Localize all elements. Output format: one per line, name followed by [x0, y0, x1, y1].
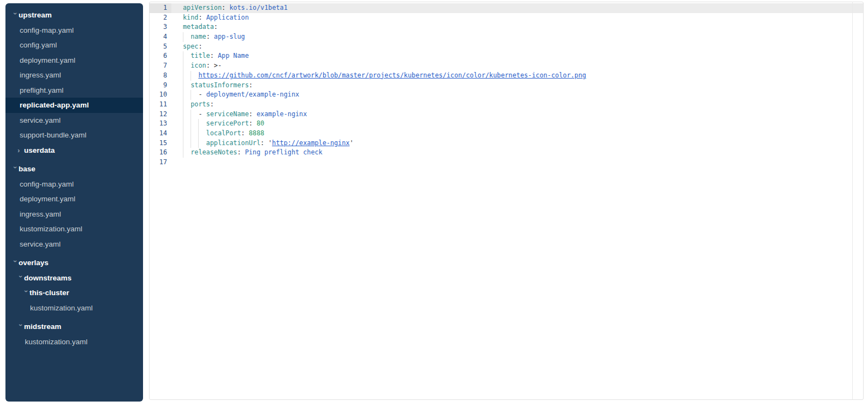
tree-file-ingress-yaml[interactable]: ingress.yaml [5, 68, 143, 83]
indent-guide [191, 71, 198, 81]
tree-file-replicated-app-yaml[interactable]: replicated-app.yaml [5, 98, 143, 113]
token-p: - [198, 91, 206, 98]
editor-scrollbar-track[interactable] [852, 2, 863, 399]
tree-file-deployment-yaml[interactable]: deployment.yaml [5, 191, 143, 207]
tree-file-preflight-yaml[interactable]: preflight.yaml [5, 83, 143, 98]
code-line-content[interactable]: metadata: [171, 22, 863, 32]
tree-file-kustomization-yaml[interactable]: kustomization.yaml [5, 334, 143, 350]
token-key: apiVersion [183, 4, 222, 11]
tree-file-config-map-yaml[interactable]: config-map.yaml [5, 177, 143, 192]
token-key: spec [183, 43, 198, 50]
code-line[interactable]: 8https://github.com/cncf/artwork/blob/ma… [150, 71, 863, 81]
code-line[interactable]: 10- deployment/example-nginx [150, 90, 863, 100]
token-key: name [191, 33, 206, 40]
tree-file-service-yaml[interactable]: service.yaml [5, 113, 143, 128]
indent-guide [191, 129, 198, 139]
tree-file-config-yaml[interactable]: config.yaml [5, 38, 143, 53]
code-line[interactable]: 15applicationUrl: 'http://example-nginx' [150, 139, 863, 148]
code-line[interactable]: 17 [150, 158, 863, 167]
tree-item-label: overlays [19, 259, 49, 267]
tree-item-label: ingress.yaml [20, 210, 61, 218]
tree-item-label: service.yaml [20, 116, 61, 124]
chevron-down-icon[interactable]: › [12, 166, 19, 173]
line-number: 3 [150, 22, 171, 32]
tree-folder-overlays[interactable]: ›overlays [5, 255, 143, 271]
indent-guide [183, 148, 191, 158]
code-line-content[interactable]: ports: [171, 100, 863, 110]
token-num: 8888 [249, 129, 264, 137]
tree-item-label: preflight.yaml [20, 86, 63, 94]
code-line-content[interactable]: apiVersion: kots.io/v1beta1 [171, 3, 863, 13]
code-line[interactable]: 16releaseNotes: Ping preflight check [150, 148, 863, 158]
code-line-content[interactable]: - deployment/example-nginx [171, 90, 863, 100]
code-line[interactable]: 11ports: [150, 100, 863, 110]
chevron-down-icon[interactable]: › [17, 276, 25, 282]
tree-item-label: deployment.yaml [20, 195, 75, 203]
code-line[interactable]: 14localPort: 8888 [150, 129, 863, 139]
code-line-content[interactable]: releaseNotes: Ping preflight check [171, 148, 863, 158]
chevron-down-icon[interactable]: › [17, 324, 25, 331]
token-link[interactable]: https://github.com/cncf/artwork/blob/mas… [198, 71, 586, 79]
token-link[interactable]: http://example-nginx [272, 139, 349, 147]
tree-item-label: this-cluster [29, 289, 69, 297]
tree-file-kustomization-yaml[interactable]: kustomization.yaml [5, 222, 143, 237]
editor-code-area[interactable]: 1apiVersion: kots.io/v1beta12kind: Appli… [150, 3, 863, 167]
code-line-content[interactable]: title: App Name [171, 51, 863, 61]
token-key: servicePort [206, 119, 249, 127]
chevron-down-icon[interactable]: › [12, 13, 19, 19]
token-key: kind [183, 14, 198, 21]
code-line[interactable]: 9statusInformers: [150, 81, 863, 91]
code-line[interactable]: 5spec: [150, 42, 863, 52]
code-line-content[interactable]: name: app-slug [171, 32, 863, 42]
token-key: metadata [183, 23, 214, 31]
code-line[interactable]: 4name: app-slug [150, 32, 863, 42]
code-line[interactable]: 7icon: >- [150, 61, 863, 71]
line-number: 11 [150, 100, 171, 110]
token-p: : [237, 148, 245, 156]
tree-file-deployment-yaml[interactable]: deployment.yaml [5, 53, 143, 68]
code-line-content[interactable]: kind: Application [171, 13, 863, 23]
chevron-down-icon[interactable]: › [23, 290, 30, 297]
code-line[interactable]: 13servicePort: 80 [150, 119, 863, 129]
token-p: : [214, 23, 218, 31]
line-number: 16 [150, 148, 171, 158]
code-line[interactable]: 3metadata: [150, 22, 863, 32]
tree-item-label: kustomization.yaml [25, 338, 88, 346]
tree-folder-downstreams[interactable]: ›downstreams [5, 271, 143, 286]
indent-guide [198, 129, 206, 139]
tree-folder-midstream[interactable]: ›midstream [5, 319, 143, 334]
tree-file-ingress-yaml[interactable]: ingress.yaml [5, 207, 143, 222]
chevron-right-icon[interactable]: › [17, 147, 24, 154]
code-line-content[interactable]: icon: >- [171, 61, 863, 71]
tree-folder-this-cluster[interactable]: ›this-cluster [5, 285, 143, 301]
code-line[interactable]: 12- serviceName: example-nginx [150, 110, 863, 119]
tree-file-kustomization-yaml[interactable]: kustomization.yaml [5, 301, 143, 316]
code-line-content[interactable]: https://github.com/cncf/artwork/blob/mas… [171, 71, 863, 81]
line-number: 17 [150, 158, 171, 167]
yaml-editor[interactable]: 1apiVersion: kots.io/v1beta12kind: Appli… [149, 2, 864, 400]
token-key: title [191, 52, 210, 59]
code-line[interactable]: 1apiVersion: kots.io/v1beta1 [150, 3, 863, 13]
tree-folder-upstream[interactable]: ›upstream [5, 8, 143, 23]
tree-item-label: downstreams [24, 274, 72, 282]
tree-folder-base[interactable]: ›base [5, 161, 143, 177]
code-line-content[interactable]: statusInformers: [171, 81, 863, 91]
chevron-down-icon[interactable]: › [12, 260, 19, 267]
code-line-content[interactable]: spec: [171, 42, 863, 52]
indent-guide [183, 51, 191, 61]
tree-file-config-map-yaml[interactable]: config-map.yaml [5, 23, 143, 38]
line-number: 9 [150, 81, 171, 91]
tree-item-label: config.yaml [20, 41, 57, 49]
tree-folder-userdata[interactable]: ›userdata [5, 143, 143, 158]
tree-file-service-yaml[interactable]: service.yaml [5, 237, 143, 252]
code-line-content[interactable]: localPort: 8888 [171, 129, 863, 139]
code-line-content[interactable]: servicePort: 80 [171, 119, 863, 129]
tree-file-support-bundle-yaml[interactable]: support-bundle.yaml [5, 128, 143, 143]
token-str: example-nginx [257, 110, 307, 118]
code-line-content[interactable]: - serviceName: example-nginx [171, 110, 863, 119]
code-line[interactable]: 6title: App Name [150, 51, 863, 61]
code-line[interactable]: 2kind: Application [150, 13, 863, 23]
code-line-content[interactable]: applicationUrl: 'http://example-nginx' [171, 139, 863, 148]
indent-guide [191, 119, 198, 129]
code-line-content[interactable] [171, 158, 863, 167]
